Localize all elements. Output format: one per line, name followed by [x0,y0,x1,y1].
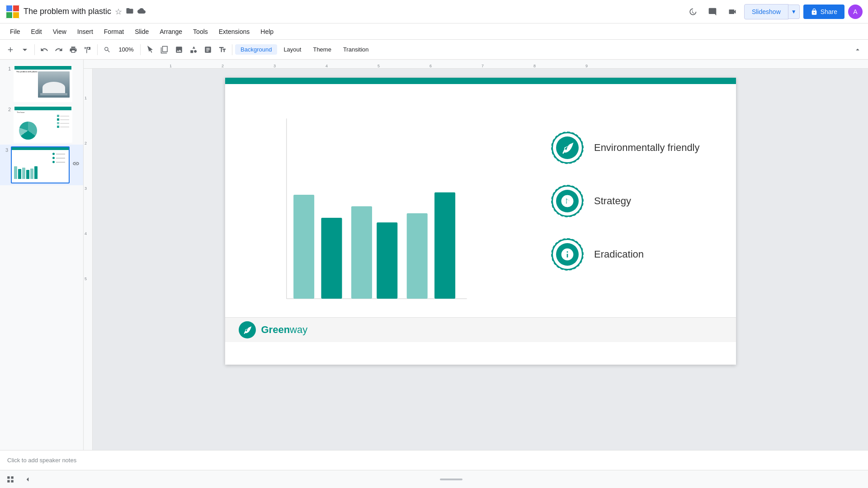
menu-insert[interactable]: Insert [73,26,98,37]
menu-extensions[interactable]: Extensions [214,26,254,37]
notes-bar[interactable]: Click to add speaker notes [0,450,868,470]
svg-rect-7 [293,195,314,299]
legend-label-3: Eradication [594,249,644,260]
svg-rect-10 [377,222,397,299]
undo-button[interactable] [38,43,51,56]
svg-rect-9 [351,206,372,299]
background-button[interactable]: Background [235,44,277,55]
slide-thumb-2[interactable]: The Issue [14,106,72,143]
eco-icon [556,136,579,159]
canvas-scroll: Environmentally friendly Strategy [93,69,868,450]
strategy-icon-circle [552,185,583,217]
slideshow-dropdown-button[interactable]: ▼ [788,5,800,19]
slide-link-icon [72,146,80,169]
menu-edit[interactable]: Edit [27,26,47,37]
share-button[interactable]: Share [803,5,844,19]
toolbar-separator-2 [97,44,98,55]
svg-rect-3 [6,12,12,18]
slides-panel: 1 The problem with plastic 2 The Issue [0,60,84,450]
ruler-vertical: 1 2 3 4 5 [84,69,93,450]
slide-progress-indicator [440,479,462,480]
slide-footer: Greenway [225,317,736,342]
grid-view-button[interactable] [4,473,17,486]
slide-item-1[interactable]: 1 The problem with plastic [0,63,83,104]
user-avatar[interactable]: A [848,5,863,19]
doc-title-area: The problem with plastic ☆ [24,7,681,17]
star-icon[interactable]: ☆ [115,7,122,17]
legend-item-2: Strategy [552,185,700,217]
shapes-button[interactable] [187,43,200,56]
svg-rect-1 [6,5,12,11]
legend-item-3: Eradication [552,239,700,270]
zoom-fit-button[interactable] [100,43,114,56]
line-tool-button[interactable] [201,43,215,56]
comments-icon[interactable] [704,4,721,20]
menu-arrange[interactable]: Arrange [155,26,187,37]
slide-thumb-1[interactable]: The problem with plastic [14,65,72,102]
toolbar-separator-3 [140,44,141,55]
slide-number-1: 1 [4,65,11,71]
paint-format-button[interactable] [81,43,94,56]
menu-tools[interactable]: Tools [189,26,212,37]
legend-label-2: Strategy [594,195,631,207]
legend-item-1: Environmentally friendly [552,132,700,164]
cloud-icon[interactable] [137,7,146,17]
image-insert-button[interactable] [172,43,186,56]
logo-text: Greenway [261,324,308,336]
slide-item-2[interactable]: 2 The Issue [0,104,83,145]
collapse-panel-left-button[interactable] [21,473,34,486]
svg-rect-4 [13,12,19,18]
menu-help[interactable]: Help [256,26,278,37]
canvas-area: 1 2 3 4 5 6 7 8 9 1 2 3 4 5 [84,60,868,450]
slide-top-bar [225,78,736,84]
history-icon[interactable] [684,4,701,20]
layout-button[interactable]: Layout [278,44,307,55]
doc-title[interactable]: The problem with plastic [24,7,111,16]
add-slide-button[interactable] [4,43,17,56]
menu-file[interactable]: File [5,26,25,37]
video-icon[interactable] [724,4,741,20]
redo-button[interactable] [52,43,66,56]
folder-icon[interactable] [126,7,134,17]
logo-icon [239,321,256,338]
slide-number-3: 3 [4,146,8,153]
menu-format[interactable]: Format [99,26,128,37]
top-bar: The problem with plastic ☆ Slideshow ▼ S… [0,0,868,23]
svg-rect-2 [13,5,19,11]
toolbar-separator-4 [232,44,232,55]
print-button[interactable] [66,43,80,56]
slide-item-3[interactable]: 3 [0,145,83,185]
legend-label-1: Environmentally friendly [594,142,700,154]
svg-point-13 [566,199,569,203]
collapse-panel-button[interactable] [851,43,864,56]
legend-area: Environmentally friendly Strategy [552,132,700,270]
eco-icon-circle [552,132,583,164]
zoom-value-button[interactable]: 100% [115,43,137,56]
slide-number-2: 2 [4,106,11,112]
selection-box-button[interactable] [158,43,171,56]
menu-view[interactable]: View [48,26,71,37]
svg-rect-12 [434,192,455,299]
select-tool-button[interactable] [143,43,157,56]
notes-placeholder[interactable]: Click to add speaker notes [7,457,76,464]
slide-thumb-3[interactable] [11,146,70,183]
ruler-horizontal: 1 2 3 4 5 6 7 8 9 [84,60,868,69]
slideshow-button[interactable]: Slideshow [744,4,788,19]
svg-rect-11 [406,213,427,299]
strategy-icon [556,190,579,212]
toolbar: 100% Background Layout Theme Transition [0,40,868,60]
theme-button[interactable]: Theme [307,44,336,55]
transition-button[interactable]: Transition [338,44,374,55]
add-dropdown-button[interactable] [18,43,32,56]
text-box-button[interactable] [216,43,229,56]
app-logo[interactable] [5,5,20,19]
menu-bar: File Edit View Insert Format Slide Arran… [0,23,868,40]
toolbar-separator-1 [34,44,35,55]
eradication-icon [556,243,579,266]
bottom-toolbar [0,470,868,488]
slide-canvas[interactable]: Environmentally friendly Strategy [225,78,736,365]
menu-slide[interactable]: Slide [130,26,153,37]
bar-chart [270,114,474,317]
svg-rect-8 [321,218,342,299]
top-right-actions: Slideshow ▼ Share A [684,4,863,20]
